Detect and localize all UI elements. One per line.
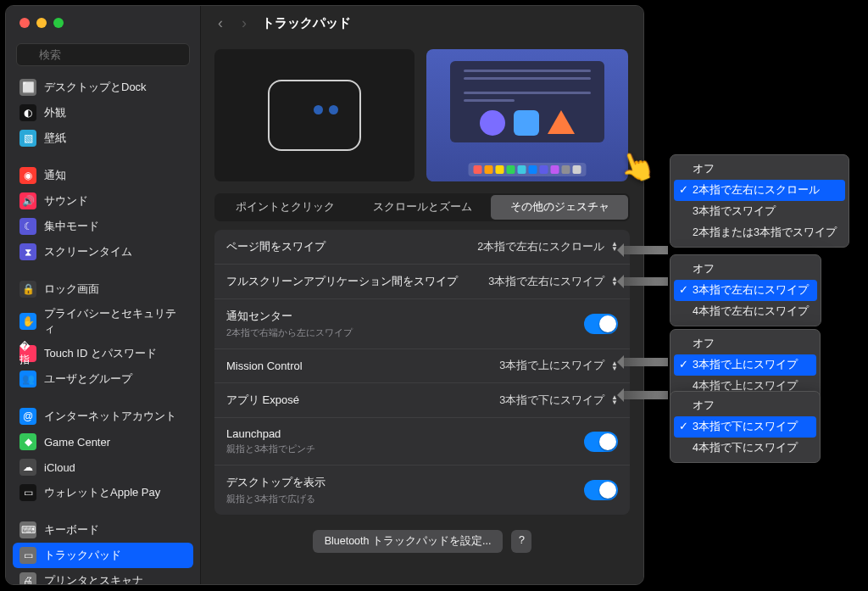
tab-bar: ポイントとクリックスクロールとズームその他のジェスチャ [214, 193, 630, 221]
sidebar-item-label: ロック画面 [44, 282, 99, 297]
sidebar-icon: @ [19, 408, 36, 425]
row-subtitle: 親指と3本指で広げる [226, 493, 584, 505]
menu-item[interactable]: 4本指で下にスワイプ [674, 438, 816, 459]
settings-list: ページ間をスワイプ2本指で左右にスクロール▲▼フルスクリーンアプリケーション間を… [214, 230, 630, 515]
sidebar-item[interactable]: ◆Game Center [13, 429, 193, 454]
settings-row: ページ間をスワイプ2本指で左右にスクロール▲▼ [214, 230, 630, 265]
sidebar-item-label: 外観 [44, 105, 66, 120]
arrow-icon [624, 391, 668, 399]
menu-item[interactable]: オフ [674, 333, 816, 354]
menu-item[interactable]: 2本指または3本指でスワイプ [674, 222, 845, 243]
sidebar-item-label: サウンド [44, 193, 88, 209]
sidebar-icon: 👥 [19, 371, 36, 387]
row-title: フルスクリーンアプリケーション間をスワイプ [226, 274, 488, 289]
sidebar-icon: ⧗ [19, 243, 36, 260]
arrow-icon [624, 358, 668, 366]
sidebar-item[interactable]: @インターネットアカウント [13, 404, 193, 429]
popup-button[interactable]: 3本指で上にスワイプ▲▼ [499, 359, 618, 373]
sidebar-item[interactable]: 🖨プリンタとスキャナ [13, 568, 193, 584]
sidebar-icon: ▭ [19, 484, 36, 501]
sidebar-item[interactable]: ▧壁紙 [13, 125, 193, 151]
menu-item[interactable]: 4本指で左右にスワイプ [674, 301, 817, 322]
help-button[interactable]: ? [511, 530, 531, 553]
tab[interactable]: ポイントとクリック [216, 195, 353, 220]
menu-item[interactable]: オフ [674, 259, 817, 280]
sidebar-icon: ⌨ [19, 521, 36, 538]
row-title: アプリ Exposé [226, 393, 499, 408]
window-controls [19, 18, 64, 28]
sidebar-item-label: 集中モード [44, 219, 99, 234]
toggle-switch[interactable] [584, 432, 618, 452]
settings-row: Launchpad親指と3本指でピンチ [214, 418, 630, 466]
row-title: ページ間をスワイプ [226, 239, 477, 254]
popup-button[interactable]: 3本指で左右にスワイプ▲▼ [488, 275, 618, 289]
main-panel: ‹ › トラックパッド [201, 6, 643, 584]
zoom-icon[interactable] [53, 18, 64, 28]
back-button[interactable]: ‹ [214, 14, 226, 32]
sidebar-item-label: プライバシーとセキュリティ [44, 306, 186, 337]
sidebar-item[interactable]: ✋プライバシーとセキュリティ [13, 302, 193, 341]
menu-item[interactable]: 3本指で左右にスワイプ [674, 280, 817, 301]
sidebar-icon: ◉ [19, 167, 36, 184]
sidebar-item-label: トラックパッド [44, 548, 121, 563]
popup-value: 3本指で下にスワイプ [499, 393, 604, 408]
sidebar-item-label: ユーザとグループ [44, 371, 132, 387]
row-title: デスクトップを表示 [226, 475, 584, 490]
forward-button[interactable]: › [238, 14, 250, 32]
sidebar-item[interactable]: ▭トラックパッド [13, 543, 193, 568]
sidebar-item[interactable]: 🔊サウンド [13, 188, 193, 214]
gesture-preview [426, 49, 628, 181]
tab[interactable]: スクロールとズーム [353, 195, 491, 220]
sidebar-icon: ☁ [19, 459, 36, 476]
sidebar-item[interactable]: ◐外観 [13, 100, 193, 125]
sidebar-item-label: デスクトップとDock [44, 80, 147, 95]
popup-button[interactable]: 2本指で左右にスクロール▲▼ [477, 240, 618, 254]
menu-item[interactable]: 3本指で下にスワイプ [674, 416, 816, 438]
toggle-switch[interactable] [584, 480, 618, 500]
sidebar-item-label: iCloud [44, 461, 75, 474]
tab[interactable]: その他のジェスチャ [491, 195, 628, 220]
sidebar-item[interactable]: 👥ユーザとグループ [13, 366, 193, 392]
sidebar-item-label: キーボード [44, 522, 99, 538]
menu-item[interactable]: 3本指でスワイプ [674, 201, 845, 222]
sidebar-item-label: プリンタとスキャナ [44, 573, 143, 584]
search-input[interactable] [16, 43, 190, 66]
menu-item[interactable]: オフ [674, 159, 845, 180]
sidebar-icon: 🔊 [19, 192, 36, 209]
bluetooth-trackpad-button[interactable]: Bluetooth トラックパッドを設定... [313, 530, 504, 553]
sidebar-item[interactable]: ⌨キーボード [13, 517, 193, 543]
dropdown-menu: オフ3本指で左右にスワイプ4本指で左右にスワイプ [670, 254, 821, 326]
settings-row: 通知センター2本指で右端から左にスワイプ [214, 299, 630, 349]
sidebar-item-label: Touch ID とパスワード [44, 346, 157, 361]
sidebar-icon: ☾ [19, 218, 36, 235]
sidebar-item[interactable]: ◉通知 [13, 163, 193, 188]
sidebar-item[interactable]: ☾集中モード [13, 214, 193, 239]
popup-button[interactable]: 3本指で下にスワイプ▲▼ [499, 393, 618, 408]
settings-row: デスクトップを表示親指と3本指で広げる [214, 466, 630, 515]
close-icon[interactable] [19, 18, 30, 28]
sidebar-item[interactable]: ⧗スクリーンタイム [13, 239, 193, 265]
sidebar-item[interactable]: ⬜デスクトップとDock [13, 75, 193, 100]
sidebar-item[interactable]: ▭ウォレットとApple Pay [13, 480, 193, 505]
sidebar-item[interactable]: 🔒ロック画面 [13, 276, 193, 302]
menu-item[interactable]: 3本指で上にスワイプ [674, 354, 816, 376]
sidebar-item-label: Game Center [44, 436, 110, 449]
arrow-icon [624, 246, 668, 254]
sidebar-icon: 🖨 [19, 572, 36, 584]
sidebar-item-label: 壁紙 [44, 131, 66, 146]
minimize-icon[interactable] [36, 18, 47, 28]
popup-value: 3本指で左右にスワイプ [488, 275, 604, 289]
dropdown-menu: オフ2本指で左右にスクロール3本指でスワイプ2本指または3本指でスワイプ [670, 154, 849, 248]
sidebar-icon: ◐ [19, 104, 36, 121]
sidebar-icon: ▧ [19, 130, 36, 147]
sidebar-item[interactable]: �指Touch ID とパスワード [13, 341, 193, 366]
sidebar-icon: 🔒 [19, 281, 36, 298]
menu-item[interactable]: 2本指で左右にスクロール [674, 180, 845, 201]
dropdown-menu: オフ3本指で下にスワイプ4本指で下にスワイプ [670, 391, 821, 463]
menu-item[interactable]: オフ [674, 395, 816, 416]
toggle-switch[interactable] [584, 314, 618, 334]
settings-row: Mission Control3本指で上にスワイプ▲▼ [214, 349, 630, 383]
sidebar-item[interactable]: ☁iCloud [13, 454, 193, 480]
sidebar-item-label: 通知 [44, 168, 66, 183]
row-subtitle: 2本指で右端から左にスワイプ [226, 326, 584, 339]
